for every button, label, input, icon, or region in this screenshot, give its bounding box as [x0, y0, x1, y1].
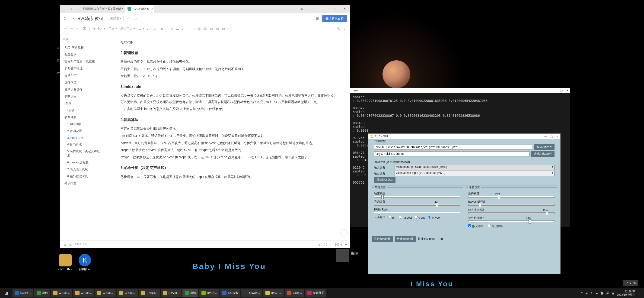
outline-item[interactable]: 参数设置: [62, 93, 102, 100]
globe-icon[interactable]: ⊕: [297, 5, 308, 13]
minimize-button[interactable]: —: [318, 5, 329, 13]
taskbar-item[interactable]: 微信: [34, 289, 50, 297]
outline-item[interactable]: 参数详解: [62, 114, 102, 121]
outline-item[interactable]: 选择模型: [62, 79, 102, 86]
tab-close-icon[interactable]: ×: [152, 7, 153, 11]
bold-button[interactable]: B: [161, 27, 163, 31]
outline-item[interactable]: 音频设备选择: [62, 86, 102, 93]
slider-Index Rate[interactable]: Index Rate0.00: [374, 208, 460, 213]
taskbar-item[interactable]: 陈柏宇...: [12, 289, 34, 297]
tray-icon[interactable]: ⌃: [581, 291, 583, 295]
outline-item[interactable]: RVC 萌新教程: [62, 44, 102, 51]
music-playlist-button[interactable]: ≡: [324, 250, 337, 264]
outline-item[interactable]: 2.音调设置: [62, 128, 102, 135]
outline-item[interactable]: 3.index rate: [62, 135, 102, 141]
start-button[interactable]: ⊞: [2, 288, 11, 298]
select-pth-button[interactable]: 选择.pth文件: [534, 144, 554, 150]
index-path-input[interactable]: [374, 151, 530, 156]
input-device-select[interactable]: Microphone (6- USB Audio Device (MME): [394, 165, 554, 170]
list-ul[interactable]: ☰: [198, 27, 201, 31]
outline-item[interactable]: 4.音高算法: [62, 141, 102, 148]
zoom-in[interactable]: +: [345, 243, 347, 246]
maximize-button[interactable]: ▢: [329, 5, 340, 13]
outline-item[interactable]: 实时变声推理: [62, 65, 102, 72]
taskbar-item[interactable]: 微信: [182, 289, 198, 297]
tray-icon[interactable]: 🔊: [606, 291, 610, 295]
outline-item[interactable]: 配置要求: [62, 51, 102, 58]
search-icon[interactable]: 🔍: [336, 27, 340, 31]
outline-toggle-icon[interactable]: ▤: [64, 243, 66, 246]
tray-icon[interactable]: 🖥: [590, 291, 593, 295]
clear-format[interactable]: ⌫: [82, 27, 86, 31]
nav-forward[interactable]: ›: [69, 6, 75, 12]
view-mode-select[interactable]: 只能查看 ▾: [106, 16, 124, 21]
pth-path-input[interactable]: [374, 145, 532, 150]
taskbar-item[interactable]: C:\Use...: [73, 289, 94, 297]
font-increase[interactable]: A⁺: [148, 27, 151, 31]
notifications-icon[interactable]: ▭: [638, 291, 640, 295]
doc-content[interactable]: 是成功的。 2.音调设置 数值代表的意义：越高越女性化，越低越男性化。 男转女一…: [104, 34, 350, 240]
play-icon[interactable]: ⊙: [318, 243, 320, 246]
page-mode-icon[interactable]: ⊟: [69, 243, 72, 246]
home-icon[interactable]: ⌂: [64, 16, 69, 21]
slider-音调设置[interactable]: 音调设置12: [374, 200, 460, 206]
format-painter[interactable]: ✎: [76, 27, 78, 31]
underline-button[interactable]: U: [170, 27, 173, 31]
highlight-button[interactable]: ▬: [176, 27, 179, 31]
outline-item[interactable]: 启动RVC: [62, 72, 102, 79]
font-select[interactable]: 默认字体 ▾: [120, 27, 135, 31]
slider-淡入淡出长度[interactable]: 淡入淡出长度0.15: [468, 208, 554, 214]
undo-button[interactable]: ↶: [64, 27, 67, 31]
taskbar-item[interactable]: RVC - ...: [263, 289, 284, 297]
font-size[interactable]: 11 ▾: [138, 27, 144, 31]
maximize-button[interactable]: ▢: [560, 89, 563, 92]
list-ol[interactable]: ☰: [204, 27, 207, 31]
algo-radio-crepe[interactable]: crepe: [415, 216, 426, 219]
close-button[interactable]: ✕: [340, 5, 350, 13]
taskbar-item[interactable]: 123云盘: [220, 289, 240, 297]
album-cover[interactable]: [336, 249, 349, 262]
outline-item[interactable]: 错误排查: [62, 180, 102, 187]
minimize-button[interactable]: —: [544, 135, 547, 138]
outline-item[interactable]: 8.额外推理时长: [62, 173, 102, 180]
insert-menu[interactable]: ⊕ 插入 ▾: [93, 27, 105, 31]
tray-icon[interactable]: ◉: [585, 291, 588, 295]
float-more-icon[interactable]: ⋯: [340, 229, 348, 237]
taskbar-item[interactable]: B:\Apo...: [161, 289, 182, 297]
outline-item[interactable]: 1.响应阈值: [62, 121, 102, 128]
ime-indicator[interactable]: 中♪⟲: [623, 280, 638, 286]
select-index-button[interactable]: 选择.index文件: [531, 151, 554, 157]
taskbar-item[interactable]: B:\Apo...: [139, 289, 160, 297]
font-decrease[interactable]: A⁻: [154, 27, 158, 31]
slider-响应阈值[interactable]: 响应阈值-60: [374, 192, 460, 197]
indent[interactable]: ▤: [216, 27, 219, 31]
nav-back[interactable]: ‹: [62, 6, 68, 12]
slider-额外推理时长[interactable]: 额外推理时长2.99: [468, 216, 554, 222]
minimize-button[interactable]: —: [554, 89, 556, 92]
login-button[interactable]: 登录腾讯文档: [322, 15, 347, 22]
input-nr-checkbox[interactable]: 输入降噪: [468, 224, 483, 228]
output-nr-checkbox[interactable]: 输出降噪: [488, 224, 502, 228]
star-icon[interactable]: ☆: [127, 16, 130, 21]
tray-icon[interactable]: 📡: [600, 291, 604, 295]
slider-采样长度[interactable]: 采样长度0.51: [468, 192, 554, 197]
present-icon[interactable]: ▣: [316, 16, 319, 21]
style-select[interactable]: 正文 ▾: [108, 27, 117, 31]
italic-button[interactable]: I: [167, 27, 168, 31]
line-height[interactable]: ▤: [222, 27, 225, 31]
toolbar-more[interactable]: ⋯: [228, 27, 231, 31]
taskbar-item[interactable]: NVIDI...: [199, 289, 219, 297]
outline-item[interactable]: [图片]: [62, 100, 102, 107]
taskbar-item[interactable]: Voice...: [285, 289, 304, 297]
output-device-select[interactable]: VoiceMeeter Input (VB-Audio Voi (MME): [394, 171, 554, 176]
reload-devices-button[interactable]: 重载设备列表: [374, 177, 396, 183]
taskbar-item[interactable]: C:\Use...: [117, 289, 138, 297]
outline-item[interactable]: 6.harvest进程数: [62, 159, 102, 166]
more-icon[interactable]: ⋯: [308, 5, 318, 13]
close-button[interactable]: ✕: [566, 89, 568, 92]
maximize-button[interactable]: ▢: [550, 135, 553, 138]
stop-button[interactable]: 停止音频转换: [395, 236, 416, 242]
tray-icon[interactable]: ▣: [612, 291, 614, 295]
desktop-icon[interactable]: 20231007...: [58, 254, 72, 271]
collapse-toolbar[interactable]: ⌄: [343, 27, 346, 31]
